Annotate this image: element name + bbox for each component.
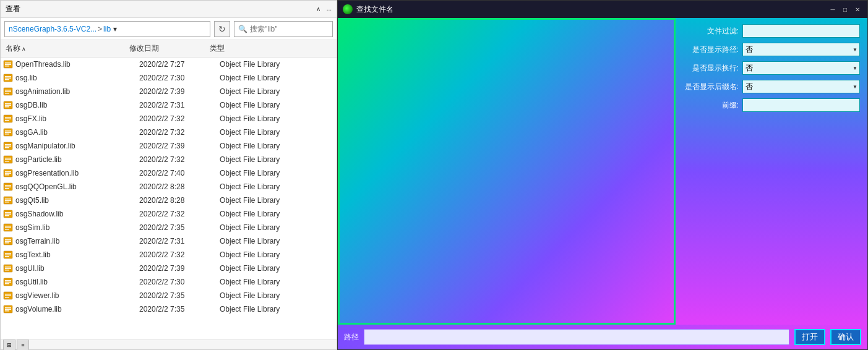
file-icon: [3, 127, 13, 137]
svg-rect-66: [5, 282, 11, 283]
view-btn-list[interactable]: ≡: [17, 339, 29, 351]
dialog-body: 文件过滤: 是否显示路径: 否 是 ▼ 是否显示换行:: [338, 18, 867, 325]
file-type: Object File Library: [220, 101, 334, 109]
svg-rect-5: [5, 76, 11, 77]
svg-rect-59: [5, 256, 9, 257]
table-row[interactable]: osgViewer.lib2020/2/2 7:35Object File Li…: [1, 289, 337, 302]
horizontal-scrollbar[interactable]: ⊞ ≡: [1, 339, 337, 349]
search-input[interactable]: [250, 25, 329, 33]
table-row[interactable]: osg.lib2020/2/2 7:30Object File Library: [1, 71, 337, 85]
table-row[interactable]: osgPresentation.lib2020/2/2 7:40Object F…: [1, 166, 337, 180]
col-header-type[interactable]: 类型: [207, 43, 334, 54]
file-name: osgFX.lib: [15, 114, 139, 123]
table-row[interactable]: osgParticle.lib2020/2/2 7:32Object File …: [1, 153, 337, 166]
table-row[interactable]: osgGA.lib2020/2/2 7:32Object File Librar…: [1, 126, 337, 139]
file-date: 2020/2/2 7:39: [139, 142, 220, 150]
file-type: Object File Library: [220, 169, 334, 177]
file-icon: [3, 155, 13, 164]
svg-rect-17: [5, 117, 11, 118]
show-exec-label: 是否显示换行:: [683, 63, 739, 74]
file-date: 2020/2/2 7:35: [139, 305, 220, 314]
svg-rect-45: [5, 212, 11, 213]
filter-input[interactable]: [742, 24, 860, 38]
table-row[interactable]: osgSim.lib2020/2/2 7:35Object File Libra…: [1, 221, 337, 234]
file-date: 2020/2/2 8:28: [139, 196, 220, 205]
search-dialog: 查找文件名 ─ □ ✕ 文件过滤: 是否显示路径: 否: [337, 0, 868, 350]
explorer-collapse-btn[interactable]: ∧: [314, 5, 323, 14]
col-header-date[interactable]: 修改日期: [127, 43, 207, 54]
dialog-close-btn[interactable]: ✕: [853, 4, 862, 14]
file-name: osgUtil.lib: [15, 278, 139, 286]
dialog-title: 查找文件名: [356, 4, 393, 15]
table-row[interactable]: OpenThreads.lib2020/2/2 7:27Object File …: [1, 58, 337, 71]
table-row[interactable]: osgAnimation.lib2020/2/2 7:39Object File…: [1, 85, 337, 98]
table-row[interactable]: osgFX.lib2020/2/2 7:32Object File Librar…: [1, 112, 337, 126]
search-box[interactable]: 🔍: [234, 21, 333, 37]
explorer-window-controls: ∧ ...: [314, 5, 332, 14]
file-icon: [3, 263, 13, 273]
svg-rect-3: [5, 66, 9, 67]
svg-rect-33: [5, 171, 11, 173]
file-type: Object File Library: [220, 210, 334, 218]
dialog-bottom: 路径 打开 确认: [338, 325, 867, 349]
explorer-panel: 查看 ∧ ... nSceneGraph-3.6.5-VC2... > lib …: [0, 0, 337, 350]
svg-rect-47: [5, 215, 9, 216]
file-name: osgQt5.lib: [15, 196, 139, 205]
file-name: osgDB.lib: [15, 101, 139, 109]
svg-rect-37: [5, 185, 11, 186]
file-icon: [3, 114, 13, 124]
file-type: Object File Library: [220, 237, 334, 245]
path-current[interactable]: lib: [103, 25, 111, 33]
table-row[interactable]: osgDB.lib2020/2/2 7:31Object File Librar…: [1, 98, 337, 112]
explorer-toolbar: 查看 ∧ ...: [1, 1, 337, 18]
prefix-input[interactable]: [742, 98, 860, 112]
table-row[interactable]: osgQQOpenGL.lib2020/2/2 8:28Object File …: [1, 180, 337, 194]
table-row[interactable]: osgQt5.lib2020/2/2 8:28Object File Libra…: [1, 194, 337, 207]
dialog-minimize-btn[interactable]: ─: [828, 4, 838, 14]
dialog-app-icon: [343, 4, 353, 14]
table-row[interactable]: osgTerrain.lib2020/2/2 7:31Object File L…: [1, 234, 337, 248]
file-date: 2020/2/2 7:31: [139, 101, 220, 109]
file-list[interactable]: OpenThreads.lib2020/2/2 7:27Object File …: [1, 58, 337, 339]
table-row[interactable]: osgVolume.lib2020/2/2 7:35Object File Li…: [1, 302, 337, 316]
show-path-select[interactable]: 否 是: [742, 43, 860, 56]
file-icon: [3, 304, 13, 314]
svg-rect-53: [5, 239, 11, 241]
path-prefix[interactable]: nSceneGraph-3.6.5-VC2...: [9, 25, 97, 33]
search-icon: 🔍: [238, 25, 247, 33]
file-icon: [3, 141, 13, 151]
show-ext-select[interactable]: 否 是: [742, 80, 860, 93]
file-date: 2020/2/2 7:35: [139, 291, 220, 300]
svg-rect-69: [5, 294, 11, 295]
svg-rect-19: [5, 120, 9, 121]
svg-rect-71: [5, 297, 9, 298]
open-button[interactable]: 打开: [794, 329, 825, 345]
file-name: osg.lib: [15, 74, 139, 82]
file-date: 2020/2/2 7:39: [139, 264, 220, 273]
table-row[interactable]: osgManipulator.lib2020/2/2 7:39Object Fi…: [1, 139, 337, 153]
table-row[interactable]: osgShadow.lib2020/2/2 7:32Object File Li…: [1, 207, 337, 221]
dialog-maximize-btn[interactable]: □: [840, 4, 850, 14]
refresh-button[interactable]: ↻: [214, 21, 230, 37]
path-dropdown-icon[interactable]: ▾: [113, 25, 117, 33]
col-header-name[interactable]: 名称 ∧: [3, 43, 127, 54]
view-btn-grid[interactable]: ⊞: [3, 339, 15, 351]
show-path-row: 是否显示路径: 否 是 ▼: [683, 43, 860, 56]
show-exec-select[interactable]: 否 是: [742, 61, 860, 75]
file-name: osgSim.lib: [15, 223, 139, 232]
table-row[interactable]: osgUI.lib2020/2/2 7:39Object File Librar…: [1, 262, 337, 275]
confirm-button[interactable]: 确认: [830, 329, 861, 345]
svg-rect-58: [5, 255, 11, 256]
filter-row: 文件过滤:: [683, 24, 860, 38]
address-path-box[interactable]: nSceneGraph-3.6.5-VC2... > lib ▾: [4, 21, 210, 37]
table-row[interactable]: osgText.lib2020/2/2 7:32Object File Libr…: [1, 248, 337, 262]
file-date: 2020/2/2 7:30: [139, 278, 220, 286]
svg-rect-46: [5, 214, 11, 215]
file-type: Object File Library: [220, 74, 334, 82]
table-row[interactable]: osgUtil.lib2020/2/2 7:30Object File Libr…: [1, 275, 337, 289]
file-date: 2020/2/2 7:32: [139, 128, 220, 137]
svg-rect-70: [5, 296, 11, 297]
path-input[interactable]: [364, 329, 789, 345]
column-headers: 名称 ∧ 修改日期 类型: [1, 40, 337, 58]
path-label: 路径: [344, 332, 359, 343]
